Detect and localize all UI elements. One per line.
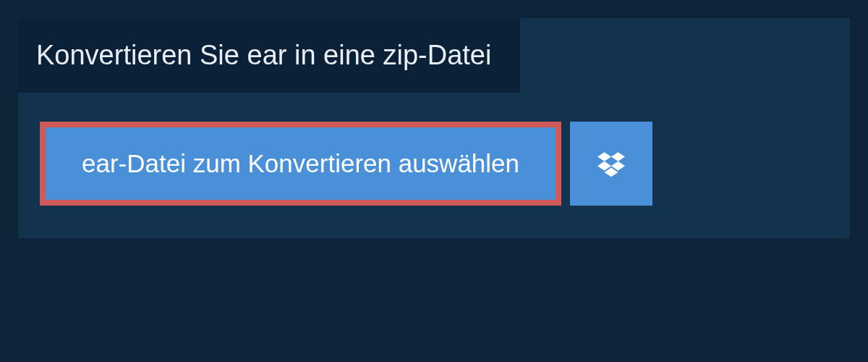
title-wrapper: Konvertieren Sie ear in eine zip-Datei	[18, 18, 850, 93]
page-title: Konvertieren Sie ear in eine zip-Datei	[18, 18, 520, 93]
dropbox-button[interactable]	[570, 122, 652, 206]
button-area: ear-Datei zum Konvertieren auswählen	[18, 93, 850, 238]
dropbox-icon	[597, 150, 625, 177]
converter-panel: Konvertieren Sie ear in eine zip-Datei e…	[18, 18, 850, 238]
select-file-button[interactable]: ear-Datei zum Konvertieren auswählen	[40, 122, 561, 206]
